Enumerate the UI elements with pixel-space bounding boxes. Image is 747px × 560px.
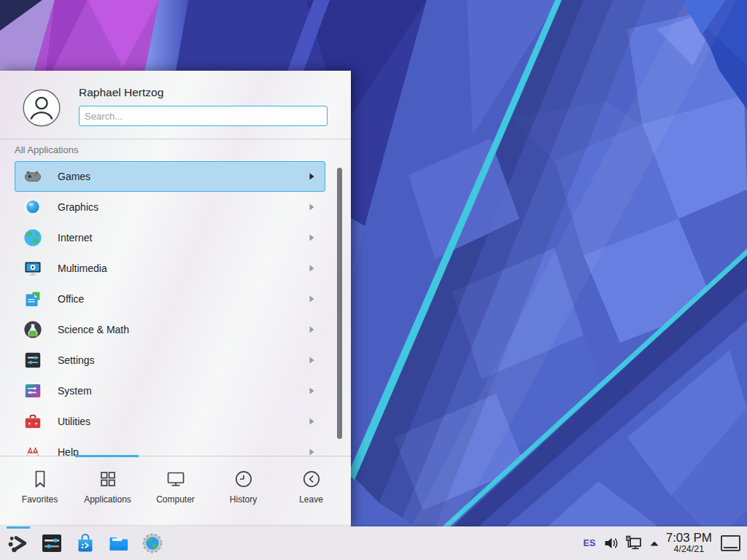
menu-item-label: System bbox=[58, 385, 92, 397]
menu-item-label: Settings bbox=[58, 354, 95, 366]
submenu-arrow-icon bbox=[309, 448, 314, 456]
computer-icon bbox=[165, 468, 187, 490]
taskbar-app-icons bbox=[0, 531, 165, 556]
tab-label: Computer bbox=[156, 494, 195, 505]
menu-item-games[interactable]: Games bbox=[15, 161, 325, 192]
submenu-arrow-icon bbox=[309, 203, 314, 211]
menu-item-help[interactable]: Help bbox=[15, 437, 325, 456]
menu-item-label: Graphics bbox=[58, 201, 98, 213]
show-desktop-button[interactable] bbox=[721, 535, 740, 551]
tab-favorites[interactable]: Favorites bbox=[6, 456, 74, 526]
internet-icon bbox=[23, 228, 42, 247]
active-tab-indicator bbox=[75, 455, 139, 457]
submenu-arrow-icon bbox=[309, 234, 314, 241]
tab-label: Leave bbox=[299, 494, 323, 505]
application-category-list: Games bbox=[15, 161, 325, 456]
submenu-arrow-icon bbox=[309, 387, 314, 394]
system-icon bbox=[23, 381, 42, 400]
tab-label: Applications bbox=[84, 494, 131, 505]
discover-button[interactable] bbox=[73, 531, 98, 556]
system-settings-button[interactable] bbox=[39, 531, 64, 556]
globe-gear-icon bbox=[141, 532, 164, 555]
section-label: All Applications bbox=[15, 144, 78, 155]
discover-icon bbox=[74, 532, 97, 555]
tab-label: History bbox=[230, 494, 257, 505]
taskbar-panel: ES bbox=[0, 526, 747, 560]
digital-clock[interactable]: 7:03 PM 4/24/21 bbox=[666, 532, 712, 555]
multimedia-icon bbox=[23, 259, 42, 278]
submenu-arrow-icon bbox=[309, 357, 314, 364]
help-icon bbox=[23, 443, 42, 456]
menu-item-office[interactable]: Office bbox=[15, 284, 325, 314]
submenu-arrow-icon bbox=[309, 265, 314, 272]
tab-computer[interactable]: Computer bbox=[142, 456, 209, 526]
tray-expand-icon[interactable] bbox=[649, 537, 660, 549]
kde-launcher-icon bbox=[7, 532, 30, 555]
tab-leave[interactable]: Leave bbox=[277, 456, 345, 526]
menu-item-label: Science & Math bbox=[58, 324, 129, 335]
network-icon[interactable] bbox=[625, 535, 643, 551]
menu-item-graphics[interactable]: Graphics bbox=[15, 192, 325, 222]
applications-icon bbox=[97, 468, 119, 490]
submenu-arrow-icon bbox=[309, 418, 314, 425]
menu-item-system[interactable]: System bbox=[15, 376, 325, 406]
user-avatar-icon[interactable] bbox=[23, 89, 61, 127]
menu-item-label: Multimedia bbox=[58, 262, 107, 274]
keyboard-layout-indicator[interactable]: ES bbox=[583, 538, 595, 548]
desktop: Raphael Hertzog All Applications bbox=[0, 0, 747, 560]
menu-item-label: Office bbox=[58, 293, 84, 305]
header-divider bbox=[0, 139, 351, 139]
menu-item-utilities[interactable]: Utilities bbox=[15, 406, 325, 437]
file-manager-button[interactable] bbox=[107, 531, 131, 556]
web-browser-button[interactable] bbox=[140, 531, 165, 556]
menu-item-label: Internet bbox=[58, 232, 92, 244]
science-icon bbox=[23, 320, 42, 339]
menu-item-label: Games bbox=[58, 171, 90, 182]
office-icon bbox=[23, 289, 42, 308]
favorites-icon bbox=[29, 468, 51, 490]
folder-icon bbox=[107, 532, 131, 555]
utilities-icon bbox=[23, 412, 42, 431]
user-name: Raphael Hertzog bbox=[79, 86, 163, 99]
settings-icon bbox=[23, 351, 42, 370]
menu-item-science-math[interactable]: Science & Math bbox=[15, 314, 325, 345]
application-launcher-button[interactable] bbox=[6, 531, 31, 556]
menu-item-multimedia[interactable]: Multimedia bbox=[15, 253, 325, 284]
history-icon bbox=[233, 468, 255, 490]
games-icon bbox=[23, 167, 42, 186]
search-input[interactable] bbox=[79, 106, 328, 126]
volume-icon[interactable] bbox=[603, 535, 619, 551]
application-launcher-menu: Raphael Hertzog All Applications bbox=[0, 71, 351, 526]
submenu-arrow-icon bbox=[309, 173, 314, 180]
launcher-tab-bar: Favorites Applications bbox=[0, 456, 351, 526]
clock-date: 4/24/21 bbox=[673, 545, 704, 555]
leave-icon bbox=[301, 468, 322, 490]
submenu-arrow-icon bbox=[309, 295, 314, 303]
graphics-icon bbox=[23, 198, 42, 217]
list-scrollbar[interactable] bbox=[337, 168, 342, 439]
tab-applications[interactable]: Applications bbox=[74, 456, 142, 526]
menu-item-internet[interactable]: Internet bbox=[15, 222, 325, 253]
submenu-arrow-icon bbox=[309, 326, 314, 333]
tab-history[interactable]: History bbox=[209, 456, 277, 526]
system-tray: ES bbox=[583, 532, 747, 555]
tab-label: Favorites bbox=[22, 494, 58, 505]
menu-item-settings[interactable]: Settings bbox=[15, 345, 325, 376]
menu-item-label: Utilities bbox=[58, 416, 90, 427]
clock-time: 7:03 PM bbox=[666, 532, 712, 545]
system-settings-icon bbox=[40, 532, 63, 555]
